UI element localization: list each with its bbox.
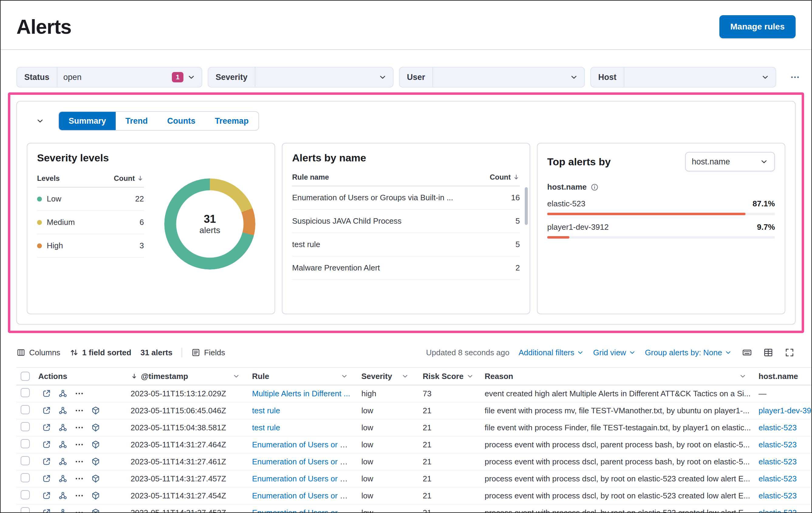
bar-fill [547, 236, 569, 239]
expand-alert-icon[interactable] [42, 491, 51, 500]
col-header-severity[interactable]: Severity [353, 372, 414, 381]
grid-view-button[interactable]: Grid view [593, 348, 636, 357]
alert-row[interactable]: 2023-05-11T14:31:27.461Z Enumeration of … [17, 454, 811, 470]
row-checkbox[interactable] [21, 507, 30, 513]
expand-alert-icon[interactable] [42, 389, 51, 398]
session-view-icon[interactable] [91, 406, 100, 415]
expand-alert-icon[interactable] [42, 440, 51, 449]
session-view-icon[interactable] [91, 423, 100, 432]
panel-scrollbar[interactable] [525, 187, 528, 225]
row-checkbox[interactable] [21, 405, 30, 414]
more-actions-icon[interactable] [75, 389, 84, 398]
row-checkbox[interactable] [21, 388, 30, 397]
analyze-event-icon[interactable] [58, 508, 67, 513]
tab-counts[interactable]: Counts [157, 112, 205, 130]
rule-link[interactable]: Enumeration of Users or Gr... [252, 491, 353, 500]
alert-row[interactable]: 2023-05-11T15:13:12.029Z Multiple Alerts… [17, 385, 811, 402]
more-filters-button[interactable] [786, 69, 804, 86]
analyze-event-icon[interactable] [58, 406, 67, 415]
session-view-icon[interactable] [91, 457, 100, 466]
additional-filters-button[interactable]: Additional filters [519, 348, 584, 357]
severity-donut-chart: 31 alerts [164, 179, 255, 270]
sorted-fields-button[interactable]: 1 field sorted [69, 348, 132, 357]
columns-button[interactable]: Columns [17, 348, 60, 357]
col-header-host[interactable]: host.name [756, 372, 811, 381]
reason-cell: event created high alert Multiple Alerts… [477, 389, 756, 399]
levels-column-header: Levels [37, 174, 60, 183]
more-actions-icon[interactable] [75, 423, 84, 432]
filter-host[interactable]: Host [590, 67, 776, 87]
filter-severity[interactable]: Severity [208, 67, 394, 87]
count-column-header[interactable]: Count [490, 173, 520, 182]
host-link[interactable]: elastic-523 [759, 440, 797, 449]
display-options-button[interactable] [762, 347, 774, 359]
col-header-rule[interactable]: Rule [245, 372, 353, 381]
info-icon[interactable] [590, 183, 599, 191]
row-checkbox[interactable] [21, 439, 30, 448]
filter-user[interactable]: User [399, 67, 585, 87]
more-actions-icon[interactable] [75, 457, 84, 466]
row-checkbox[interactable] [21, 490, 30, 499]
rule-link[interactable]: Enumeration of Users or Gr... [252, 474, 353, 483]
fields-button[interactable]: Fields [191, 348, 225, 357]
alert-row[interactable]: 2023-05-11T15:04:38.581Z test rule low 2… [17, 420, 811, 436]
more-actions-icon[interactable] [75, 440, 84, 449]
timestamp-cell: 2023-05-11T14:31:27.454Z [130, 491, 245, 501]
col-header-timestamp[interactable]: @timestamp [130, 372, 245, 381]
filter-status[interactable]: Status open 1 [17, 67, 202, 87]
fullscreen-button[interactable] [783, 347, 795, 359]
expand-alert-icon[interactable] [42, 406, 51, 415]
analyze-event-icon[interactable] [58, 423, 67, 432]
row-checkbox[interactable] [21, 422, 30, 431]
row-checkbox[interactable] [21, 473, 30, 482]
select-all-checkbox[interactable] [21, 372, 30, 381]
alert-row[interactable]: 2023-05-11T14:31:27.452Z Enumeration of … [17, 505, 811, 513]
expand-alert-icon[interactable] [42, 474, 51, 483]
session-view-icon[interactable] [91, 508, 100, 513]
session-view-icon[interactable] [91, 440, 100, 449]
session-view-icon[interactable] [91, 474, 100, 483]
expand-alert-icon[interactable] [42, 508, 51, 513]
host-link[interactable]: elastic-523 [759, 474, 797, 483]
analyze-event-icon[interactable] [58, 440, 67, 449]
collapse-section-button[interactable] [32, 112, 49, 130]
alert-row[interactable]: 2023-05-11T14:31:27.457Z Enumeration of … [17, 470, 811, 487]
keyboard-shortcuts-button[interactable] [741, 347, 753, 359]
manage-rules-button[interactable]: Manage rules [719, 15, 795, 38]
more-actions-icon[interactable] [75, 491, 84, 500]
tab-trend[interactable]: Trend [116, 112, 157, 130]
more-actions-icon[interactable] [75, 508, 84, 513]
count-column-header[interactable]: Count [114, 174, 144, 183]
host-link[interactable]: elastic-523 [759, 491, 797, 500]
col-header-reason[interactable]: Reason [477, 372, 756, 381]
rule-link[interactable]: Enumeration of Users or Gr... [252, 440, 353, 449]
host-link[interactable]: elastic-523 [759, 423, 797, 432]
top-alerts-field-select[interactable]: host.name [685, 152, 775, 171]
analyze-event-icon[interactable] [58, 457, 67, 466]
rule-link[interactable]: Enumeration of Users or Gr... [252, 457, 353, 466]
row-checkbox[interactable] [21, 456, 30, 465]
expand-alert-icon[interactable] [42, 457, 51, 466]
session-view-icon[interactable] [91, 491, 100, 500]
col-header-risk-score[interactable]: Risk Score [414, 372, 477, 381]
alert-row[interactable]: 2023-05-11T14:31:27.464Z Enumeration of … [17, 436, 811, 454]
host-link[interactable]: elastic-523 [759, 508, 797, 513]
more-actions-icon[interactable] [75, 474, 84, 483]
rule-link[interactable]: Multiple Alerts in Different ... [252, 389, 350, 398]
expand-alert-icon[interactable] [42, 423, 51, 432]
host-link[interactable]: elastic-523 [759, 457, 797, 466]
timestamp-cell: 2023-05-11T14:31:27.464Z [130, 440, 245, 450]
analyze-event-icon[interactable] [58, 389, 67, 398]
host-link[interactable]: player1-dev-3912 [759, 406, 811, 415]
alert-row[interactable]: 2023-05-11T14:31:27.454Z Enumeration of … [17, 487, 811, 505]
tab-treemap[interactable]: Treemap [205, 112, 258, 130]
tab-summary[interactable]: Summary [59, 112, 116, 130]
rule-link[interactable]: test rule [252, 423, 280, 432]
rule-link[interactable]: Enumeration of Users or Gr... [252, 508, 353, 513]
group-alerts-button[interactable]: Group alerts by: None [645, 348, 732, 357]
more-actions-icon[interactable] [75, 406, 84, 415]
rule-link[interactable]: test rule [252, 406, 280, 415]
analyze-event-icon[interactable] [58, 474, 67, 483]
alert-row[interactable]: 2023-05-11T15:06:45.046Z test rule low 2… [17, 402, 811, 420]
analyze-event-icon[interactable] [58, 491, 67, 500]
